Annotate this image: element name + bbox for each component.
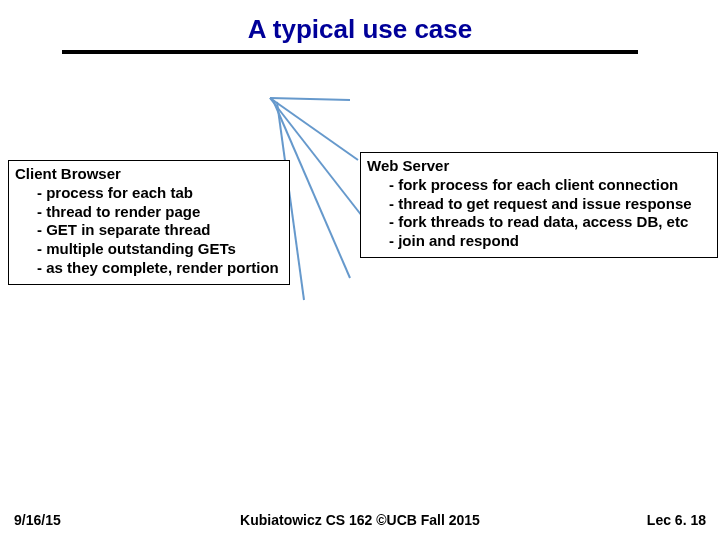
list-item: join and respond <box>389 232 711 251</box>
list-item: thread to render page <box>37 203 283 222</box>
client-browser-list: process for each tab thread to render pa… <box>37 184 283 278</box>
web-server-list: fork process for each client connection … <box>389 176 711 251</box>
svg-line-1 <box>270 98 358 160</box>
list-item: fork threads to read data, access DB, et… <box>389 213 711 232</box>
list-item: multiple outstanding GETs <box>37 240 283 259</box>
title-underline <box>62 50 638 54</box>
client-browser-header: Client Browser <box>15 165 283 184</box>
footer-lec: Lec 6. 18 <box>647 512 706 528</box>
list-item: as they complete, render portion <box>37 259 283 278</box>
web-server-box: Web Server fork process for each client … <box>360 152 718 258</box>
list-item: thread to get request and issue response <box>389 195 711 214</box>
web-server-header: Web Server <box>367 157 711 176</box>
slide: A typical use case Client Browser proces… <box>0 0 720 540</box>
client-browser-box: Client Browser process for each tab thre… <box>8 160 290 285</box>
svg-line-0 <box>270 98 350 100</box>
list-item: process for each tab <box>37 184 283 203</box>
footer-center: Kubiatowicz CS 162 ©UCB Fall 2015 <box>0 512 720 528</box>
slide-title: A typical use case <box>0 14 720 45</box>
list-item: fork process for each client connection <box>389 176 711 195</box>
list-item: GET in separate thread <box>37 221 283 240</box>
